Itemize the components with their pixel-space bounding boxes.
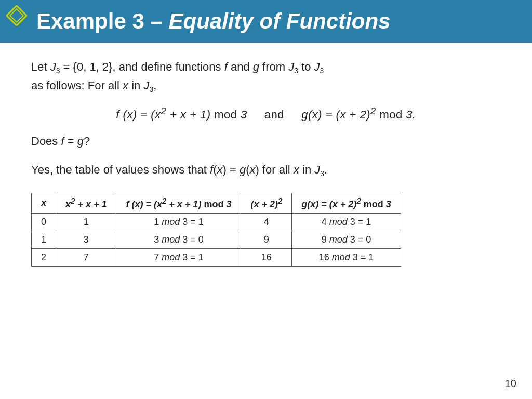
table-header-row: x x2 + x + 1 f (x) = (x2 + x + 1) mod 3 …: [32, 193, 401, 213]
values-table: x x2 + x + 1 f (x) = (x2 + x + 1) mod 3 …: [31, 193, 401, 267]
table-row: 1 3 3 mod 3 = 0 9 9 mod 3 = 0: [32, 231, 401, 248]
intro-paragraph: Let J3 = {0, 1, 2}, and define functions…: [31, 58, 501, 95]
col-x: x: [32, 193, 56, 213]
table-row: 2 7 7 mod 3 = 1 16 16 mod 3 = 1: [32, 248, 401, 266]
page-number: 10: [505, 378, 516, 390]
main-content: Let J3 = {0, 1, 2}, and define functions…: [0, 43, 532, 287]
formula-display: f (x) = (x2 + x + 1) mod 3 and g(x) = (x…: [31, 105, 501, 122]
col-x2-expr: x2 + x + 1: [56, 193, 116, 213]
table-row: 0 1 1 mod 3 = 1 4 4 mod 3 = 1: [32, 213, 401, 231]
col-fx: f (x) = (x2 + x + 1) mod 3: [116, 193, 241, 213]
title-plain: Example 3 –: [36, 9, 168, 33]
title-italic: Equality of Functions: [168, 9, 390, 33]
answer-text: Yes, the table of values shows that f(x)…: [31, 161, 501, 179]
page-title: Example 3 – Equality of Functions: [36, 9, 390, 33]
question-text: Does f = g?: [31, 135, 501, 148]
col-gx: g(x) = (x + 2)2 mod 3: [292, 193, 401, 213]
col-x2-paren: (x + 2)2: [241, 193, 292, 213]
header-bar: Example 3 – Equality of Functions: [0, 0, 532, 43]
values-table-container: x x2 + x + 1 f (x) = (x2 + x + 1) mod 3 …: [31, 193, 501, 267]
diamond-icon: [6, 5, 27, 26]
